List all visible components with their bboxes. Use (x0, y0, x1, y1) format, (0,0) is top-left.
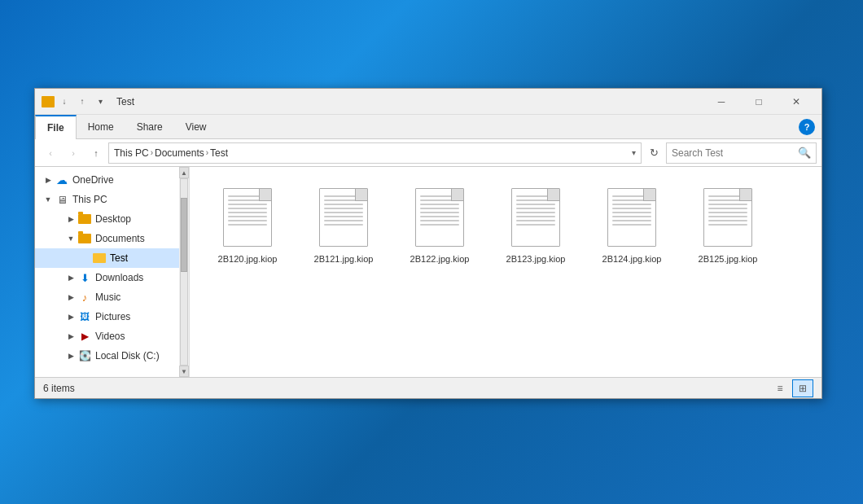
file-item[interactable]: 2B122.jpg.kiop (395, 180, 484, 270)
doc-line (708, 195, 747, 197)
up-button[interactable]: ↑ (85, 142, 107, 164)
pictures-icon: 🖼 (77, 309, 92, 324)
sidebar-label-music: Music (95, 291, 120, 303)
doc-line (420, 212, 459, 213)
sidebar-label-desktop: Desktop (95, 213, 131, 225)
path-test: Test (210, 147, 228, 159)
search-box: 🔍 (666, 142, 817, 164)
document-icon (223, 188, 272, 247)
documents-folder-icon (77, 231, 92, 246)
search-input[interactable] (672, 147, 798, 159)
doc-line (612, 208, 651, 209)
forward-button[interactable]: › (63, 142, 84, 164)
refresh-button[interactable]: ↻ (643, 142, 664, 164)
file-name: 2B125.jpg.kiop (699, 253, 758, 265)
help-button[interactable]: ? (799, 119, 815, 135)
sidebar-tree: ▶ ☁ OneDrive ▼ 🖥 This PC ▶ Desktop (35, 167, 179, 377)
content-pane: 2B120.jpg.kiop 2B121.jpg.kiop 2B122.jpg.… (190, 167, 821, 377)
maximize-button[interactable]: □ (740, 89, 778, 115)
address-path[interactable]: This PC › Documents › Test ▾ (108, 142, 642, 164)
file-icon (603, 185, 660, 250)
sidebar-item-videos[interactable]: ▶ ▶ Videos (35, 327, 179, 346)
file-name: 2B122.jpg.kiop (410, 253, 470, 265)
view-list-button[interactable]: ≡ (769, 379, 791, 397)
expand-downloads[interactable]: ▶ (64, 271, 77, 284)
doc-line (612, 216, 651, 217)
file-name: 2B120.jpg.kiop (218, 253, 278, 265)
sidebar-label-videos: Videos (95, 331, 125, 342)
file-name: 2B121.jpg.kiop (314, 253, 374, 265)
doc-line (324, 216, 363, 217)
window-folder-icon (42, 96, 55, 107)
sidebar-item-localdisk[interactable]: ▶ 💽 Local Disk (C:) (35, 346, 179, 366)
sidebar-item-test[interactable]: ▶ Test (35, 248, 179, 268)
doc-line (324, 220, 363, 221)
sidebar-label-onedrive: OneDrive (72, 174, 114, 186)
qat-undo-button[interactable]: ↑ (74, 94, 90, 110)
doc-line (612, 212, 651, 213)
file-item[interactable]: 2B123.jpg.kiop (491, 180, 580, 270)
sidebar-item-pictures[interactable]: ▶ 🖼 Pictures (35, 307, 179, 327)
document-icon (607, 188, 656, 247)
minimize-button[interactable]: ─ (703, 89, 740, 115)
expand-music[interactable]: ▶ (64, 291, 77, 304)
file-item[interactable]: 2B125.jpg.kiop (683, 180, 773, 270)
expand-pictures[interactable]: ▶ (64, 310, 77, 323)
search-icon[interactable]: 🔍 (798, 147, 811, 159)
ribbon: File Home Share View ? (35, 115, 821, 139)
doc-line (420, 224, 459, 226)
view-icons-button[interactable]: ⊞ (792, 379, 813, 397)
back-button[interactable]: ‹ (40, 142, 61, 164)
doc-line (612, 195, 651, 197)
sidebar-item-downloads[interactable]: ▶ ⬇ Downloads (35, 268, 179, 287)
tab-home[interactable]: Home (77, 115, 125, 138)
file-icon (219, 185, 276, 250)
main-area: ▶ ☁ OneDrive ▼ 🖥 This PC ▶ Desktop (35, 167, 821, 377)
document-icon (703, 188, 752, 247)
document-icon (415, 188, 464, 247)
document-icon (511, 188, 560, 247)
expand-videos[interactable]: ▶ (64, 330, 77, 343)
qat-save-button[interactable]: ↓ (56, 94, 72, 110)
sidebar-item-desktop[interactable]: ▶ Desktop (35, 209, 179, 229)
sidebar-label-documents: Documents (95, 233, 145, 244)
doc-line (228, 204, 267, 205)
file-item[interactable]: 2B120.jpg.kiop (203, 180, 292, 270)
doc-line (516, 199, 555, 201)
status-bar: 6 items ≡ ⊞ (35, 377, 821, 398)
expand-documents[interactable]: ▼ (64, 232, 77, 245)
sidebar-item-documents[interactable]: ▼ Documents (35, 229, 179, 248)
expand-desktop[interactable]: ▶ (64, 213, 77, 226)
document-icon (319, 188, 368, 247)
window-title: Test (116, 96, 703, 107)
scrollbar-down-button[interactable]: ▼ (179, 366, 189, 377)
doc-line (228, 224, 267, 226)
file-icon (507, 185, 564, 250)
doc-line (516, 224, 555, 226)
doc-line (612, 199, 651, 201)
tab-share[interactable]: Share (125, 115, 174, 138)
close-button[interactable]: ✕ (778, 89, 815, 115)
sidebar-item-onedrive[interactable]: ▶ ☁ OneDrive (35, 170, 179, 190)
expand-localdisk[interactable]: ▶ (64, 349, 77, 362)
scrollbar-thumb[interactable] (181, 198, 187, 272)
expand-thispc[interactable]: ▼ (42, 193, 55, 206)
sidebar-item-thispc[interactable]: ▼ 🖥 This PC (35, 190, 179, 209)
scrollbar-up-button[interactable]: ▲ (179, 167, 189, 178)
qat-dropdown-button[interactable]: ▾ (92, 94, 108, 110)
file-item[interactable]: 2B121.jpg.kiop (299, 180, 388, 270)
path-dropdown-arrow[interactable]: ▾ (632, 148, 636, 157)
file-icon (411, 185, 468, 250)
file-item[interactable]: 2B124.jpg.kiop (587, 180, 677, 270)
expand-onedrive[interactable]: ▶ (42, 173, 55, 186)
sidebar-label-pictures: Pictures (95, 311, 130, 322)
tab-file[interactable]: File (35, 115, 77, 139)
doc-line (708, 204, 747, 205)
doc-line (708, 220, 747, 221)
sidebar-item-music[interactable]: ▶ ♪ Music (35, 287, 179, 307)
computer-icon: 🖥 (55, 192, 69, 207)
ribbon-tabs: File Home Share View ? (35, 115, 821, 139)
tab-view[interactable]: View (174, 115, 218, 138)
doc-line (324, 195, 363, 197)
doc-line (516, 216, 555, 217)
